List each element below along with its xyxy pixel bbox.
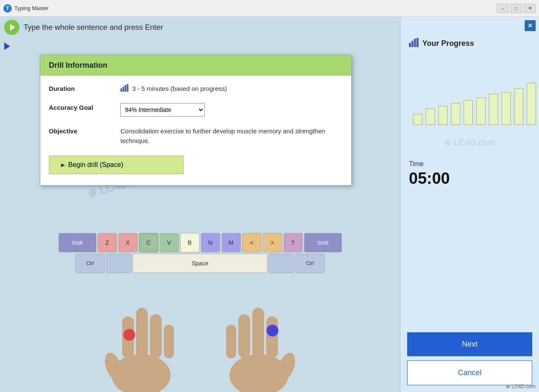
svg-rect-17 [411,41,414,47]
svg-rect-14 [238,314,250,358]
svg-rect-15 [226,325,236,358]
key-shift-right[interactable]: Shift [304,233,342,252]
bar-3 [451,103,460,125]
objective-value: Consolidation exercise to further develo… [120,127,343,146]
key-shift-left[interactable]: Shift [59,233,96,252]
key-c[interactable]: C [139,233,158,252]
left-area: Type the whole sentence and press Enter … [0,17,400,392]
key-period[interactable]: > [263,233,282,252]
keyboard-row-space: Ctrl Space Ctrl [4,254,396,273]
app-icon: T [3,4,12,13]
duration-value: 3 - 5 minutes (based on progress) [120,84,227,93]
footer-watermark-icon: ⊕ [506,384,510,389]
right-hand-svg [217,283,301,392]
begin-drill-button[interactable]: Begin drill (Space) [49,156,184,174]
svg-rect-7 [136,308,148,358]
bar-7 [502,92,511,125]
title-bar: T Typing Master – □ ✕ [0,0,539,17]
key-m[interactable]: M [221,233,241,252]
bar-8 [514,88,523,125]
key-n[interactable]: N [201,233,220,252]
keyboard-row-bottom: Shift Z X C V B N M < > ? Shift [4,233,396,252]
svg-rect-1 [123,87,124,92]
progress-chart-icon [409,38,419,49]
bar-col-2 [438,58,448,125]
accuracy-label: Accuracy Goal [49,103,112,111]
key-z[interactable]: Z [98,233,117,252]
svg-rect-18 [414,39,416,47]
keyboard-area: Shift Z X C V B N M < > ? Shift Ctrl Spa… [0,233,400,274]
bar-5 [476,98,486,125]
next-button[interactable]: Next [407,332,532,356]
key-comma[interactable]: < [242,233,261,252]
chart-icon [120,84,129,93]
window-controls: – □ ✕ [497,4,536,13]
key-b[interactable]: B [180,233,200,252]
drill-accuracy-row: Accuracy Goal 94% Intermediate 80% Begin… [49,103,343,117]
key-space[interactable]: Space [133,254,267,273]
cancel-button[interactable]: Cancel [407,360,532,385]
play-button-green[interactable] [4,20,19,35]
bottom-buttons: Next Cancel [400,326,539,392]
progress-title: Your Progress [409,38,531,49]
svg-rect-9 [164,325,174,358]
bar-9 [527,83,536,125]
progress-chart [409,58,531,125]
svg-rect-8 [150,314,162,358]
watermark-right: ⊕ LC4D.com [400,138,539,148]
right-panel: ✕ Your Progress ⊕ LC4D.com Time [400,17,539,392]
svg-rect-19 [416,38,419,47]
accuracy-value: 94% Intermediate 80% Beginner 98% Advanc… [120,103,205,117]
accuracy-select[interactable]: 94% Intermediate 80% Beginner 98% Advanc… [120,103,205,117]
left-hand-svg [99,283,183,392]
time-value: 05:00 [409,170,531,188]
svg-rect-16 [409,43,411,47]
panel-close-button[interactable]: ✕ [525,20,536,31]
drill-objective-row: Objective Consolidation exercise to furt… [49,127,343,146]
footer-watermark-text: LO4D.com [512,384,536,389]
begin-drill-area: Begin drill (Space) [49,156,343,174]
key-v[interactable]: V [160,233,179,252]
main-container: Type the whole sentence and press Enter … [0,17,539,392]
app-title: Typing Master [14,5,49,11]
bar-6 [489,94,498,125]
bar-1 [426,109,435,125]
progress-section: Your Progress [400,17,539,133]
svg-rect-2 [125,85,126,92]
minimize-button[interactable]: – [497,4,509,13]
bar-col-8 [514,58,523,125]
objective-label: Objective [49,127,112,135]
progress-title-text: Your Progress [422,39,474,48]
right-hand [217,283,301,392]
instruction-text: Type the whole sentence and press Enter [24,23,163,32]
bar-col-9 [527,58,536,125]
key-ctrl-right[interactable]: Ctrl [295,254,325,273]
drill-header: Drill Information [40,55,351,76]
svg-rect-12 [266,316,278,358]
instruction-bar: Type the whole sentence and press Enter [0,17,400,38]
play-button-blue[interactable] [4,42,10,50]
bar-col-5 [476,58,486,125]
left-hand-dot [123,329,135,341]
bar-col-1 [426,58,435,125]
key-win[interactable] [106,254,131,273]
key-x[interactable]: X [118,233,138,252]
key-slash[interactable]: ? [283,233,303,252]
second-row [0,38,400,55]
time-label: Time [409,160,531,168]
bar-col-4 [464,58,473,125]
footer-watermark: ⊕ LO4D.com [506,384,536,389]
bar-col-0 [413,58,422,125]
key-alt-right[interactable] [269,254,294,273]
svg-rect-0 [120,88,122,92]
key-ctrl-left[interactable]: Ctrl [75,254,105,273]
bar-col-6 [489,58,498,125]
maximize-button[interactable]: □ [510,4,522,13]
bar-0 [413,114,422,125]
bar-col-7 [502,58,511,125]
bar-col-3 [451,58,460,125]
drill-dialog: Drill Information Duration [40,55,352,185]
time-section: Time 05:00 [400,152,539,196]
drill-duration-row: Duration 3 - 5 minutes (based on progres… [49,84,343,93]
window-close-button[interactable]: ✕ [524,4,536,13]
